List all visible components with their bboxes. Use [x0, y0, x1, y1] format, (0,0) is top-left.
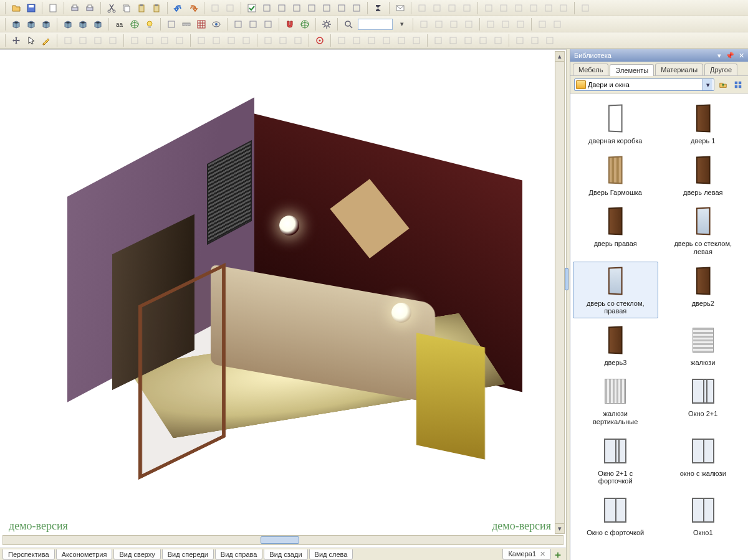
panel-dropdown-icon[interactable]: ▾	[717, 52, 721, 59]
library-item-5[interactable]: дверь со стеклом, левая	[661, 202, 746, 259]
toolbar-paste-sp-button[interactable]	[150, 1, 163, 15]
toolbar-zoom-input[interactable]	[358, 19, 393, 30]
hscroll-thumb[interactable]	[261, 536, 299, 544]
toolbar-cut-button[interactable]	[105, 1, 118, 15]
toolbar-snap-a-button[interactable]	[165, 17, 178, 31]
view-tab-2[interactable]: Вид сверху	[113, 549, 160, 560]
toolbar-box-b-button[interactable]	[76, 17, 90, 31]
library-viewmode-button[interactable]	[732, 78, 744, 91]
toolbar-pen-button[interactable]	[39, 34, 53, 47]
panel-pin-icon[interactable]: 📌	[726, 52, 734, 59]
toolbar-layout-f-button[interactable]	[335, 1, 348, 15]
toolbar-dim13-button	[578, 1, 592, 15]
toolbar-zoom-button[interactable]	[342, 17, 355, 31]
toolbar-dim39-button	[209, 34, 223, 47]
library-item-3[interactable]: дверь левая	[661, 151, 746, 200]
view-tab-6[interactable]: Вид слева	[309, 549, 353, 560]
toolbar-layout-d-button[interactable]	[305, 1, 319, 15]
toolbar-zoom-dropdown[interactable]: ▾	[395, 17, 409, 31]
library-tab-3[interactable]: Другое	[704, 64, 737, 75]
viewport-3d[interactable]: демо-версия демо-версия ▴ ▾	[0, 49, 566, 548]
splitter-handle[interactable]	[565, 268, 568, 290]
chevron-down-icon[interactable]: ▾	[702, 79, 712, 90]
toolbar-gear-button[interactable]	[320, 17, 333, 31]
library-item-1[interactable]: дверь 1	[661, 99, 746, 148]
viewport-horizontal-scrollbar[interactable]	[2, 535, 563, 545]
toolbar-ruler-button[interactable]	[180, 17, 193, 31]
toolbar-layout-g-button[interactable]	[350, 1, 363, 15]
toolbar-mail-button[interactable]	[393, 1, 407, 15]
toolbar-box-c-button[interactable]	[91, 17, 105, 31]
library-item-8[interactable]: дверь3	[573, 321, 658, 370]
library-tab-0[interactable]: Мебель	[573, 64, 608, 75]
close-icon[interactable]: ✕	[540, 550, 545, 558]
library-item-4[interactable]: дверь правая	[573, 202, 658, 259]
library-item-13[interactable]: окно с жалюзи	[661, 432, 746, 488]
view-tab-5[interactable]: Вид сзади	[264, 549, 307, 560]
view-tab-4[interactable]: Вид справа	[215, 549, 263, 560]
toolbar-bulb-button[interactable]	[143, 17, 156, 31]
toolbar-copy-button[interactable]	[120, 1, 133, 15]
view-tab-1[interactable]: Аксонометрия	[56, 549, 113, 560]
toolbar-new-button[interactable]	[46, 1, 60, 15]
library-item-thumb	[600, 102, 630, 135]
toolbar-dim47-button	[365, 34, 378, 47]
library-item-12[interactable]: Окно 2+1 с форточкой	[573, 432, 658, 488]
toolbar-paste-button[interactable]	[135, 1, 148, 15]
view-tab-camera[interactable]: Камера1✕	[502, 549, 551, 560]
library-tab-2[interactable]: Материалы	[655, 64, 703, 75]
toolbar-shape-c-button[interactable]	[261, 17, 275, 31]
scroll-up-icon[interactable]: ▴	[555, 52, 564, 62]
toolbar-box-a-button[interactable]	[61, 17, 75, 31]
toolbar-pan-button[interactable]	[9, 34, 23, 47]
toolbar-target-button[interactable]	[313, 34, 327, 47]
library-category-input[interactable]	[588, 81, 702, 88]
view-tab-add-button[interactable]	[552, 550, 563, 560]
library-item-15[interactable]: Окно1	[661, 491, 746, 540]
toolbar-cursor-button[interactable]	[24, 34, 38, 47]
library-item-7[interactable]: дверь2	[661, 262, 746, 318]
library-item-6[interactable]: дверь со стеклом, правая	[573, 262, 658, 318]
toolbar-undo-button[interactable]	[171, 1, 185, 15]
toolbar-wall-b-button[interactable]	[39, 17, 53, 31]
toolbar-magnet-button[interactable]	[283, 17, 297, 31]
library-item-9[interactable]: жалюзи	[661, 321, 746, 370]
viewport-vertical-scrollbar[interactable]: ▴ ▾	[555, 51, 565, 534]
library-item-11[interactable]: Окно 2+1	[661, 372, 746, 429]
toolbar-doc-open-button[interactable]	[9, 1, 23, 15]
toolbar-print-preview-button[interactable]	[83, 1, 97, 15]
toolbar-doc-save-button[interactable]	[24, 1, 38, 15]
library-panel-title-bar[interactable]: Библиотека ▾ 📌 ✕	[570, 49, 748, 62]
library-item-0[interactable]: дверная коробка	[573, 99, 658, 148]
toolbar-print-button[interactable]	[68, 1, 82, 15]
view-tab-0[interactable]: Перспектива	[2, 549, 55, 560]
toolbar-wall-a-button[interactable]	[24, 17, 38, 31]
toolbar-layout-e-button[interactable]	[320, 1, 333, 15]
library-item-10[interactable]: жалюзи вертикальные	[573, 372, 658, 429]
toolbar-grid-button[interactable]	[194, 17, 208, 31]
toolbar-globe-button[interactable]	[298, 17, 312, 31]
toolbar-redo-button[interactable]	[186, 1, 200, 15]
toolbar-row-1	[0, 0, 748, 16]
toolbar-box-shade-button[interactable]	[9, 17, 23, 31]
library-item-label: дверь левая	[683, 189, 723, 197]
toolbar-layout-a-button[interactable]	[260, 1, 274, 15]
toolbar-shape-b-button[interactable]	[246, 17, 260, 31]
library-item-14[interactable]: Окно с форточкой	[573, 491, 658, 540]
library-item-2[interactable]: Дверь Гармошка	[573, 151, 658, 200]
toolbar-eye-button[interactable]	[209, 17, 223, 31]
library-tab-1[interactable]: Элементы	[610, 64, 654, 76]
toolbar-layout-c-button[interactable]	[290, 1, 304, 15]
toolbar-sphere-a-button[interactable]	[128, 17, 141, 31]
panel-close-icon[interactable]: ✕	[739, 52, 744, 59]
view-tab-3[interactable]: Вид спереди	[162, 549, 214, 560]
library-category-dropdown[interactable]: ▾	[574, 78, 714, 91]
toolbar-sigma-button[interactable]	[372, 1, 385, 15]
toolbar-dim12-button	[557, 1, 570, 15]
toolbar-shape-a-button[interactable]	[231, 17, 245, 31]
toolbar-layout-b-button[interactable]	[275, 1, 289, 15]
toolbar-aa-button[interactable]	[113, 17, 127, 31]
library-up-button[interactable]	[717, 78, 729, 91]
scroll-down-icon[interactable]: ▾	[555, 523, 564, 533]
toolbar-check-edit-button[interactable]	[245, 1, 259, 15]
